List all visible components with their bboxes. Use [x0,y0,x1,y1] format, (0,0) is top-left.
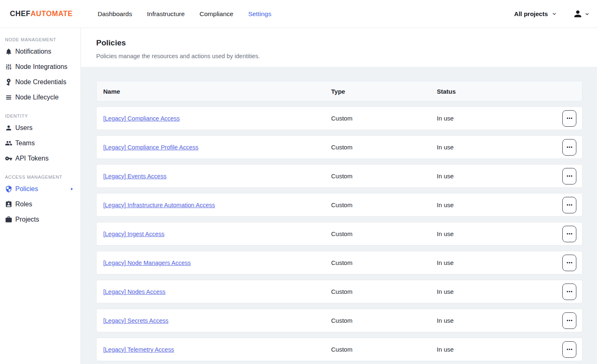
policy-link[interactable]: [Legacy] Node Managers Access [103,260,191,266]
table-body: [Legacy] Compliance AccessCustomIn use[L… [96,106,583,361]
policy-status: In use [437,288,562,295]
sidebar-item-users[interactable]: Users [0,120,81,135]
triangle-right-icon [68,187,76,191]
policy-type: Custom [331,230,437,237]
topbar-right: All projects [514,9,590,19]
nav-item-settings[interactable]: Settings [248,10,271,18]
sidebar-item-label: Teams [15,139,35,147]
sidebar: NODE MANAGEMENTNotificationsNode Integra… [0,28,81,364]
row-menu-button[interactable] [562,197,576,213]
shield-icon [5,185,12,193]
policy-row: [Legacy] Compliance Profile AccessCustom… [96,135,583,159]
sidebar-item-roles[interactable]: Roles [0,196,81,212]
policy-link[interactable]: [Legacy] Ingest Access [103,231,164,237]
sidebar-item-api-tokens[interactable]: API Tokens [0,151,81,166]
row-menu-button[interactable] [562,110,576,127]
nav-item-dashboards[interactable]: Dashboards [97,10,132,18]
logo-automate-text: AUTOMATE [31,9,73,18]
user-avatar-icon [573,9,583,19]
sidebar-section-access-management: ACCESS MANAGEMENTPoliciesRolesProjects [0,173,81,227]
sidebar-item-label: Users [15,124,33,132]
chevron-down-icon [552,11,557,17]
policy-link[interactable]: [Legacy] Nodes Access [103,288,166,295]
policy-type: Custom [331,259,437,266]
policy-row: [Legacy] Secrets AccessCustomIn use [96,309,583,332]
chevron-down-icon [585,12,590,17]
row-menu-button[interactable] [562,139,576,156]
page-title: Policies [96,38,582,47]
sidebar-item-teams[interactable]: Teams [0,135,81,151]
sidebar-item-node-credentials[interactable]: Node Credentials [0,74,81,90]
sidebar-item-label: Notifications [15,48,51,55]
policy-row: [Legacy] Events AccessCustomIn use [96,164,583,188]
policy-row: [Legacy] Node Managers AccessCustomIn us… [96,251,583,274]
user-menu[interactable] [573,9,590,19]
sidebar-item-node-integrations[interactable]: Node Integrations [0,59,81,74]
policy-type: Custom [331,201,437,208]
list-icon [5,94,12,101]
policy-status: In use [437,144,562,151]
sliders-icon [5,63,12,71]
policy-row: [Legacy] Infrastructure Automation Acces… [96,193,583,217]
policy-type: Custom [331,346,437,353]
policy-link[interactable]: [Legacy] Infrastructure Automation Acces… [103,202,215,208]
sidebar-item-node-lifecycle[interactable]: Node Lifecycle [0,90,81,105]
key-vertical-icon [5,78,12,86]
policy-link[interactable]: [Legacy] Compliance Profile Access [103,144,199,151]
key-icon [5,155,12,162]
logo-chef-text: CHEF [10,9,31,18]
sidebar-section-heading: ACCESS MANAGEMENT [0,173,81,181]
policy-row: [Legacy] Ingest AccessCustomIn use [96,222,583,246]
policy-status: In use [437,346,562,353]
sidebar-item-label: Node Integrations [15,63,67,71]
policy-type: Custom [331,115,437,122]
sidebar-section-heading: NODE MANAGEMENT [0,35,81,44]
row-menu-button[interactable] [562,255,576,271]
chef-automate-logo[interactable]: CHEFAUTOMATE [10,9,73,18]
policy-row: [Legacy] Compliance AccessCustomIn use [96,106,583,130]
group-icon [5,139,12,147]
policy-status: In use [437,173,562,180]
sidebar-section-node-management: NODE MANAGEMENTNotificationsNode Integra… [0,35,81,105]
briefcase-icon [5,216,12,223]
row-menu-button[interactable] [562,284,576,300]
sidebar-section-identity: IDENTITYUsersTeamsAPI Tokens [0,112,81,166]
policy-status: In use [437,230,562,237]
row-menu-button[interactable] [562,312,576,329]
policy-type: Custom [331,144,437,151]
policy-link[interactable]: [Legacy] Compliance Access [103,115,180,122]
sidebar-item-projects[interactable]: Projects [0,212,81,227]
policy-status: In use [437,259,562,266]
policy-status: In use [437,201,562,208]
row-menu-button[interactable] [562,226,576,242]
projects-filter-dropdown[interactable]: All projects [514,10,557,17]
policy-link[interactable]: [Legacy] Events Access [103,173,166,180]
sidebar-item-policies[interactable]: Policies [0,181,81,196]
policy-status: In use [437,115,562,122]
policies-table: Name Type Status [Legacy] Compliance Acc… [81,67,597,364]
nav-item-infrastructure[interactable]: Infrastructure [147,10,185,18]
page-header: Policies Policies manage the resources a… [81,28,597,67]
nav-item-compliance[interactable]: Compliance [199,10,233,18]
row-menu-button[interactable] [562,168,576,184]
column-header-type: Type [331,88,437,95]
policy-type: Custom [331,173,437,180]
main-content: Policies Policies manage the resources a… [81,28,597,364]
policy-type: Custom [331,317,437,324]
sidebar-item-label: Node Lifecycle [15,94,59,101]
table-header-row: Name Type Status [96,81,583,102]
page-description: Policies manage the resources and action… [96,53,582,59]
policy-row: [Legacy] Telemetry AccessCustomIn use [96,338,583,361]
policy-link[interactable]: [Legacy] Telemetry Access [103,346,174,353]
sidebar-item-label: Policies [15,185,38,193]
policy-link[interactable]: [Legacy] Secrets Access [103,317,168,324]
main-nav: DashboardsInfrastructureComplianceSettin… [97,10,271,18]
sidebar-item-notifications[interactable]: Notifications [0,44,81,59]
top-navigation-bar: CHEFAUTOMATE DashboardsInfrastructureCom… [0,0,597,28]
badge-icon [5,201,12,208]
sidebar-item-label: Roles [15,201,32,208]
policy-type: Custom [331,288,437,295]
column-header-status: Status [437,88,582,95]
row-menu-button[interactable] [562,341,576,358]
sidebar-item-label: API Tokens [15,155,49,162]
